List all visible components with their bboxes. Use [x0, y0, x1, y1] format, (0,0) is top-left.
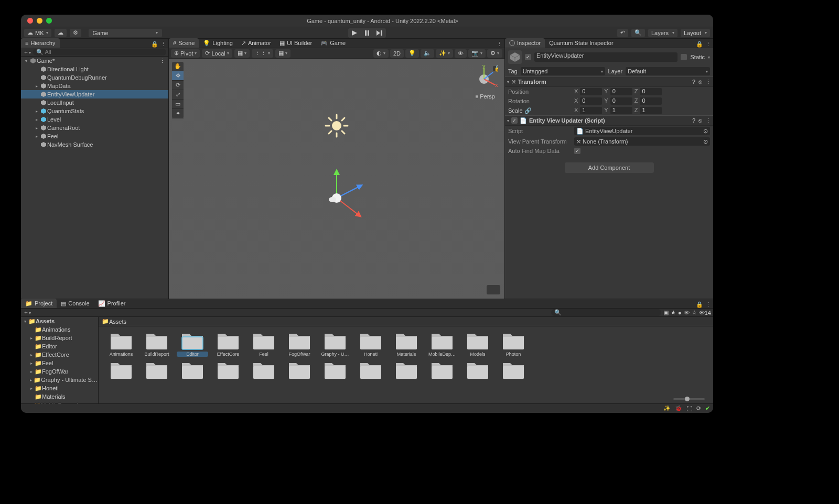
project-tree[interactable]: ▾📁 Assets 📁Animations▸📁BuildReport📁Edito…: [21, 317, 99, 403]
asset-folder[interactable]: [426, 360, 458, 381]
projection-label[interactable]: ≡ Persp: [476, 93, 495, 100]
layer-dropdown[interactable]: Default▾: [626, 67, 710, 75]
asset-folder[interactable]: EffectCore: [212, 331, 244, 357]
auto-refresh-icon[interactable]: ✨: [663, 405, 671, 412]
move-gizmo[interactable]: [308, 164, 365, 222]
link-icon[interactable]: 🔗: [524, 107, 532, 114]
view-parent-field[interactable]: ⤧ None (Transform)⊙: [574, 137, 710, 146]
asset-folder[interactable]: [319, 360, 351, 381]
position-x[interactable]: 0: [580, 88, 602, 95]
preset-icon[interactable]: ⎋: [698, 79, 702, 85]
scale-tool[interactable]: ⤢: [172, 90, 184, 100]
asset-folder[interactable]: Feel: [248, 331, 280, 357]
scale-y[interactable]: 1: [610, 107, 632, 114]
asset-folder[interactable]: BuildReport: [141, 331, 173, 357]
draw-mode-button[interactable]: ◐▾: [373, 49, 389, 58]
cloud-button[interactable]: ☁: [55, 29, 67, 37]
close-icon[interactable]: [27, 18, 33, 24]
tab-console[interactable]: ▤Console: [57, 299, 93, 308]
gameobject-icon[interactable]: [508, 50, 522, 64]
hand-tool[interactable]: ✋: [172, 62, 184, 71]
hierarchy-item[interactable]: NavMesh Surface: [21, 140, 168, 149]
project-tree-item[interactable]: 📁Animations: [21, 325, 98, 334]
help-icon[interactable]: ?: [692, 79, 695, 85]
rotation-y[interactable]: 0: [610, 97, 632, 105]
context-menu-icon[interactable]: ⋮: [705, 41, 711, 48]
hierarchy-item[interactable]: EntityViewUpdater: [21, 90, 168, 98]
project-tree-item[interactable]: ▸📁Graphy - Ultimate Stats M: [21, 376, 98, 384]
hierarchy-item[interactable]: LocalInput: [21, 98, 168, 107]
lighting-toggle[interactable]: 💡: [405, 49, 419, 58]
account-button[interactable]: ☁ MK ▾: [24, 29, 51, 37]
orientation-gizmo[interactable]: y x z 🔒: [470, 65, 498, 93]
hidden-packages-icon[interactable]: 👁: [684, 310, 690, 316]
gameobject-name-input[interactable]: EntityViewUpdater: [534, 52, 677, 62]
asset-folder[interactable]: [176, 360, 209, 381]
tag-dropdown[interactable]: Untagged▾: [521, 67, 605, 75]
scale-x[interactable]: 1: [580, 107, 602, 114]
add-button[interactable]: ＋▾: [23, 309, 31, 316]
grid-size-slider[interactable]: [99, 394, 713, 403]
asset-folder[interactable]: [497, 360, 530, 381]
object-picker-icon[interactable]: ⊙: [703, 138, 708, 145]
lock-icon[interactable]: 🔒: [696, 301, 703, 308]
search-by-type-icon[interactable]: ▣: [663, 309, 669, 316]
hierarchy-item[interactable]: QuantumDebugRunner: [21, 73, 168, 82]
hierarchy-item[interactable]: ▸CameraRoot: [21, 124, 168, 132]
project-tree-item[interactable]: 📁Materials: [21, 392, 98, 401]
tab-inspector[interactable]: ⓘInspector: [505, 38, 545, 48]
search-by-label-icon[interactable]: ★: [671, 309, 676, 316]
layout-dropdown[interactable]: Layout: [681, 29, 710, 37]
menu-icon[interactable]: ⋮: [705, 79, 711, 85]
lock-icon[interactable]: 🔒: [151, 41, 158, 48]
asset-folder[interactable]: Materials: [390, 331, 423, 357]
tab-animator[interactable]: ↗Animator: [237, 38, 275, 48]
hierarchy-item[interactable]: ▸Level: [21, 115, 168, 124]
pivot-dropdown[interactable]: ⊕ Pivot▾: [171, 49, 200, 58]
project-tree-item[interactable]: 📁Editor: [21, 342, 98, 350]
search-button[interactable]: 🔍: [631, 29, 645, 37]
hierarchy-tree[interactable]: ▾ Game* ⋮ Directional LightQuantumDebugR…: [21, 57, 168, 299]
context-menu-icon[interactable]: ⋮: [160, 41, 166, 48]
position-z[interactable]: 0: [640, 88, 662, 95]
project-tree-item[interactable]: ▸📁Feel: [21, 359, 98, 367]
asset-folder[interactable]: Models: [461, 331, 494, 357]
grid-snap-button[interactable]: ▦▾: [234, 49, 250, 58]
project-tree-root[interactable]: ▾📁 Assets: [21, 317, 98, 325]
tab-ui-builder[interactable]: ▦UI Builder: [275, 38, 316, 48]
gizmos-toggle[interactable]: ⚙▾: [487, 49, 502, 58]
gameobject-active-checkbox[interactable]: [525, 54, 531, 60]
add-button[interactable]: ＋▾: [23, 48, 31, 56]
asset-folder[interactable]: Editor: [176, 331, 209, 357]
layers-dropdown[interactable]: Layers: [648, 29, 677, 37]
tab-profiler[interactable]: 📈Profiler: [94, 299, 130, 308]
visibility-toggle[interactable]: 👁: [455, 49, 467, 58]
asset-folder[interactable]: Animations: [105, 331, 137, 357]
grid-visibility-button[interactable]: ▦▾: [275, 49, 291, 58]
tab-hierarchy[interactable]: ≡ Hierarchy: [21, 38, 60, 48]
rotation-z[interactable]: 0: [640, 97, 662, 105]
cache-icon[interactable]: ⛶: [686, 406, 692, 412]
minimize-icon[interactable]: [37, 18, 42, 24]
asset-folder[interactable]: [212, 360, 244, 381]
settings-button[interactable]: ⚙: [70, 29, 81, 37]
debug-icon[interactable]: 🐞: [675, 405, 682, 412]
auto-find-checkbox[interactable]: [574, 148, 580, 154]
asset-folder[interactable]: Photon: [497, 331, 530, 357]
menu-icon[interactable]: ⋮: [705, 117, 711, 124]
breadcrumb[interactable]: 📁 Assets: [99, 317, 713, 326]
project-search[interactable]: 🔍: [551, 309, 661, 316]
component-enabled-checkbox[interactable]: [511, 117, 518, 124]
hierarchy-search[interactable]: 🔍 All: [33, 49, 166, 56]
favorites-icon[interactable]: ☆: [692, 309, 697, 316]
transform-component-header[interactable]: ▾ ⤧ Transform ?⎋⋮: [505, 76, 713, 87]
asset-folder[interactable]: [141, 360, 173, 381]
preset-icon[interactable]: ⎋: [698, 117, 702, 124]
camera-toggle[interactable]: 📷▾: [468, 49, 486, 58]
hierarchy-item[interactable]: ▸MapData: [21, 82, 168, 90]
asset-folder[interactable]: [461, 360, 494, 381]
rect-tool[interactable]: ▭: [172, 100, 184, 109]
project-tree-item[interactable]: ▸📁BuildReport: [21, 334, 98, 342]
rotation-x[interactable]: 0: [580, 97, 602, 105]
script-component-header[interactable]: ▾ 📄 Entity View Updater (Script) ?⎋⋮: [505, 115, 713, 126]
